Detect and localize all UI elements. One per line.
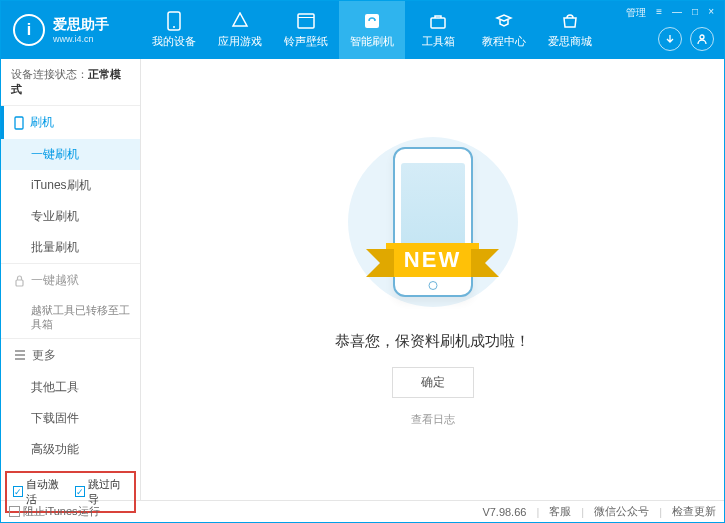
block-itunes-label: 阻止iTunes运行 — [23, 504, 100, 519]
maximize-button[interactable]: □ — [690, 5, 700, 21]
view-log-link[interactable]: 查看日志 — [411, 412, 455, 427]
lock-icon — [14, 275, 25, 287]
user-button[interactable] — [690, 27, 714, 51]
logo-text: 爱思助手 www.i4.cn — [53, 16, 109, 44]
wallpaper-icon — [296, 11, 316, 31]
jailbreak-header: 一键越狱 — [1, 264, 140, 297]
tab-ringtones[interactable]: 铃声壁纸 — [273, 1, 339, 59]
tab-toolbox[interactable]: 工具箱 — [405, 1, 471, 59]
phone-illustration: NEW — [348, 132, 518, 312]
sidebar-item-pro-flash[interactable]: 专业刷机 — [1, 201, 140, 232]
main-content: NEW 恭喜您，保资料刷机成功啦！ 确定 查看日志 — [141, 59, 724, 500]
block-itunes-checkbox[interactable]: 阻止iTunes运行 — [9, 504, 100, 519]
flash-icon — [362, 11, 382, 31]
update-link[interactable]: 检查更新 — [672, 504, 716, 519]
sidebar-item-itunes-flash[interactable]: iTunes刷机 — [1, 170, 140, 201]
header-bar: i 爱思助手 www.i4.cn 我的设备 应用游戏 铃声壁纸 智能刷机 工具箱 — [1, 1, 724, 59]
sidebar: 设备连接状态：正常模式 刷机 一键刷机 iTunes刷机 专业刷机 批量刷机 一… — [1, 59, 141, 500]
menu-button[interactable]: ≡ — [654, 5, 664, 21]
tab-label: 应用游戏 — [218, 34, 262, 49]
window-controls: 管理 ≡ — □ × — [624, 5, 716, 21]
tab-label: 教程中心 — [482, 34, 526, 49]
checkbox-label: 自动激活 — [26, 477, 66, 507]
sidebar-item-advanced[interactable]: 高级功能 — [1, 434, 140, 465]
tab-label: 我的设备 — [152, 34, 196, 49]
version-label: V7.98.66 — [482, 506, 526, 518]
tab-tutorials[interactable]: 教程中心 — [471, 1, 537, 59]
phone-icon — [164, 11, 184, 31]
tutorial-icon — [494, 11, 514, 31]
sidebar-item-oneclick-flash[interactable]: 一键刷机 — [1, 139, 140, 170]
svg-rect-8 — [16, 280, 23, 286]
checkbox-icon: ✓ — [13, 486, 23, 497]
phone-home-button-icon — [428, 281, 437, 290]
footer-left: 阻止iTunes运行 — [9, 504, 482, 519]
svg-rect-4 — [365, 14, 379, 28]
store-icon — [560, 11, 580, 31]
apps-icon — [230, 11, 250, 31]
phone-small-icon — [14, 116, 24, 130]
header-circle-buttons — [658, 27, 714, 51]
checkbox-icon — [9, 506, 20, 517]
confirm-button[interactable]: 确定 — [392, 367, 474, 398]
svg-rect-3 — [298, 17, 314, 18]
tab-label: 铃声壁纸 — [284, 34, 328, 49]
tab-store[interactable]: 爱思商城 — [537, 1, 603, 59]
body-area: 设备连接状态：正常模式 刷机 一键刷机 iTunes刷机 专业刷机 批量刷机 一… — [1, 59, 724, 500]
minimize-button[interactable]: — — [670, 5, 684, 21]
toolbox-icon — [428, 11, 448, 31]
footer-bar: 阻止iTunes运行 V7.98.66 | 客服 | 微信公众号 | 检查更新 — [1, 500, 724, 522]
more-header[interactable]: 更多 — [1, 339, 140, 372]
flash-section: 刷机 一键刷机 iTunes刷机 专业刷机 批量刷机 — [1, 105, 140, 263]
app-url: www.i4.cn — [53, 34, 109, 44]
svg-point-6 — [700, 35, 704, 39]
tab-label: 工具箱 — [422, 34, 455, 49]
flash-header[interactable]: 刷机 — [1, 106, 140, 139]
manage-button[interactable]: 管理 — [624, 5, 648, 21]
wechat-link[interactable]: 微信公众号 — [594, 504, 649, 519]
connection-status: 设备连接状态：正常模式 — [1, 59, 140, 105]
svg-rect-7 — [15, 117, 23, 129]
logo-area: i 爱思助手 www.i4.cn — [1, 14, 141, 46]
app-logo-icon: i — [13, 14, 45, 46]
checkbox-icon: ✓ — [75, 486, 85, 497]
checkbox-label: 跳过向导 — [88, 477, 128, 507]
tab-my-device[interactable]: 我的设备 — [141, 1, 207, 59]
tab-apps-games[interactable]: 应用游戏 — [207, 1, 273, 59]
close-button[interactable]: × — [706, 5, 716, 21]
sidebar-item-batch-flash[interactable]: 批量刷机 — [1, 232, 140, 263]
download-button[interactable] — [658, 27, 682, 51]
jailbreak-section: 一键越狱 越狱工具已转移至工具箱 — [1, 263, 140, 338]
divider: | — [581, 506, 584, 518]
tab-smart-flash[interactable]: 智能刷机 — [339, 1, 405, 59]
jailbreak-note: 越狱工具已转移至工具箱 — [1, 297, 140, 338]
svg-rect-2 — [298, 14, 314, 28]
sidebar-item-other-tools[interactable]: 其他工具 — [1, 372, 140, 403]
auto-activate-checkbox[interactable]: ✓ 自动激活 — [13, 477, 67, 507]
tab-label: 爱思商城 — [548, 34, 592, 49]
list-icon — [14, 350, 26, 360]
new-banner: NEW — [386, 243, 479, 277]
more-header-label: 更多 — [32, 347, 56, 364]
app-name: 爱思助手 — [53, 16, 109, 34]
divider: | — [659, 506, 662, 518]
svg-point-1 — [173, 26, 175, 28]
sidebar-item-download-firmware[interactable]: 下载固件 — [1, 403, 140, 434]
new-ribbon: NEW — [386, 243, 479, 277]
divider: | — [536, 506, 539, 518]
svg-rect-5 — [431, 18, 445, 28]
flash-header-label: 刷机 — [30, 114, 54, 131]
tab-label: 智能刷机 — [350, 34, 394, 49]
success-message: 恭喜您，保资料刷机成功啦！ — [335, 332, 530, 351]
more-section: 更多 其他工具 下载固件 高级功能 — [1, 338, 140, 465]
device-block[interactable]: iPhone 12 mini 64GB Down-12mini-13,1 — [1, 519, 140, 523]
footer-right: V7.98.66 | 客服 | 微信公众号 | 检查更新 — [482, 504, 716, 519]
conn-label: 设备连接状态： — [11, 68, 88, 80]
skip-guide-checkbox[interactable]: ✓ 跳过向导 — [75, 477, 129, 507]
support-link[interactable]: 客服 — [549, 504, 571, 519]
jailbreak-header-label: 一键越狱 — [31, 272, 79, 289]
